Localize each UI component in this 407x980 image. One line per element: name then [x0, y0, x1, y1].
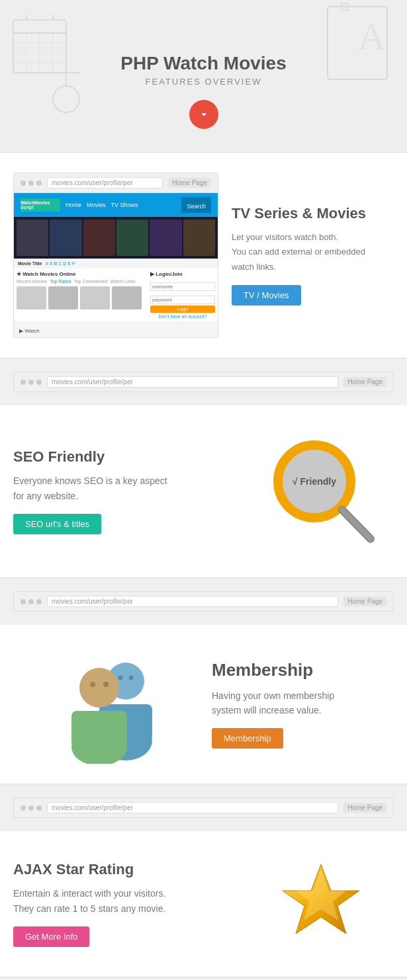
- tv-description: Let your visitors watch both. You can ad…: [232, 230, 394, 274]
- tv-browser-home-btn[interactable]: Home Page: [168, 178, 211, 188]
- svg-rect-14: [341, 3, 349, 10]
- tv-cta-button[interactable]: TV / Movies: [232, 285, 301, 306]
- seo-text-content: SEO Friendly Everyone knows SEO is a key…: [13, 448, 248, 534]
- membership-text-content: Membership Having your own membership sy…: [212, 660, 394, 749]
- star-text-content: AJAX Star Rating Entertain & interact wi…: [13, 861, 248, 947]
- tv-section: movies.com/user/profile/per Home Page Wa…: [0, 153, 407, 358]
- svg-point-26: [90, 682, 95, 687]
- svg-text:A: A: [357, 15, 386, 58]
- svg-point-28: [118, 676, 123, 680]
- mem-browser-dots: [21, 599, 42, 604]
- svg-point-29: [129, 676, 134, 680]
- star-bg-wrapper: movies.com/user/profile/per Home Page: [0, 784, 407, 831]
- star-browser-url: movies.com/user/profile/per: [47, 802, 338, 813]
- seo-browser-dots: [21, 380, 42, 385]
- membership-bg-wrapper: movies.com/user/profile/per Home Page: [0, 578, 407, 625]
- membership-users-image: [13, 645, 212, 764]
- membership-cta-button[interactable]: Membership: [212, 728, 283, 749]
- dot-10: [21, 805, 26, 811]
- svg-point-10: [53, 86, 79, 112]
- users-icon: [46, 645, 179, 764]
- membership-section: Membership Having your own membership sy…: [0, 625, 407, 784]
- seo-browser-bar: movies.com/user/profile/per Home Page: [13, 372, 394, 392]
- svg-rect-25: [71, 711, 127, 747]
- seo-browser-url: movies.com/user/profile/per: [47, 376, 338, 388]
- dot-11: [28, 805, 34, 811]
- star-icon: [275, 858, 367, 950]
- tv-browser-url: movies.com/user/profile/per: [47, 177, 163, 188]
- dot-8: [28, 599, 34, 604]
- star-browser-btn[interactable]: Home Page: [343, 803, 386, 813]
- magnifier-icon: √ Friendly: [261, 432, 381, 551]
- dot-3: [36, 181, 42, 186]
- dot-2: [28, 181, 34, 186]
- dot-6: [36, 380, 42, 385]
- seo-cta-button[interactable]: SEO url's & titles: [13, 514, 101, 534]
- dot-1: [21, 181, 26, 186]
- seo-description: Everyone knows SEO is a key aspect for a…: [13, 473, 248, 503]
- tv-content: TV Series & Movies Let your visitors wat…: [218, 205, 394, 305]
- svg-point-23: [79, 668, 119, 708]
- dot-5: [28, 380, 34, 385]
- membership-browser-url: movies.com/user/profile/per: [47, 596, 338, 607]
- seo-heading: SEO Friendly: [13, 448, 248, 466]
- seo-magnifier-area: √ Friendly: [248, 432, 394, 551]
- star-cta-button[interactable]: Get More Info: [13, 926, 89, 947]
- hero-subtitle: FEATURES OVERVIEW: [13, 77, 394, 87]
- svg-text:√ Friendly: √ Friendly: [293, 476, 336, 487]
- star-browser-bar: movies.com/user/profile/per Home Page: [13, 797, 394, 818]
- star-image-area: [248, 858, 394, 950]
- membership-browser-bar: movies.com/user/profile/per Home Page: [13, 591, 394, 612]
- seo-section: SEO Friendly Everyone knows SEO is a key…: [0, 405, 407, 577]
- hero-title: PHP Watch Movies: [13, 53, 394, 74]
- tv-heading: TV Series & Movies: [232, 205, 394, 222]
- tv-browser-bar: movies.com/user/profile/per Home Page: [13, 173, 218, 193]
- svg-line-19: [342, 510, 371, 539]
- dot-12: [36, 805, 42, 811]
- membership-description: Having your own membership system will i…: [212, 688, 394, 718]
- dot-7: [21, 599, 26, 604]
- svg-point-27: [103, 682, 109, 687]
- star-rating-section: AJAX Star Rating Entertain & interact wi…: [0, 831, 407, 977]
- tv-screenshot-area: movies.com/user/profile/per Home Page Wa…: [13, 173, 218, 338]
- dot-4: [21, 380, 26, 385]
- dot-9: [36, 599, 42, 604]
- membership-row: Membership Having your own membership sy…: [0, 625, 407, 784]
- star-browser-dots: [21, 805, 42, 811]
- seo-bg-wrapper: movies.com/user/profile/per Home Page: [0, 358, 407, 405]
- browser-dots: [21, 181, 42, 186]
- scroll-down-button[interactable]: [189, 100, 218, 129]
- star-description: Entertain & interact with your visitors.…: [13, 886, 248, 916]
- membership-heading: Membership: [212, 660, 394, 680]
- star-heading: AJAX Star Rating: [13, 861, 248, 878]
- hero-section: A PHP Watch Movies FEATURES OVERVIEW: [0, 0, 407, 152]
- membership-browser-btn[interactable]: Home Page: [343, 596, 386, 606]
- footer-bg-wrapper: movies.com/user/profile/per Home Page: [0, 977, 407, 980]
- seo-browser-btn[interactable]: Home Page: [343, 377, 386, 387]
